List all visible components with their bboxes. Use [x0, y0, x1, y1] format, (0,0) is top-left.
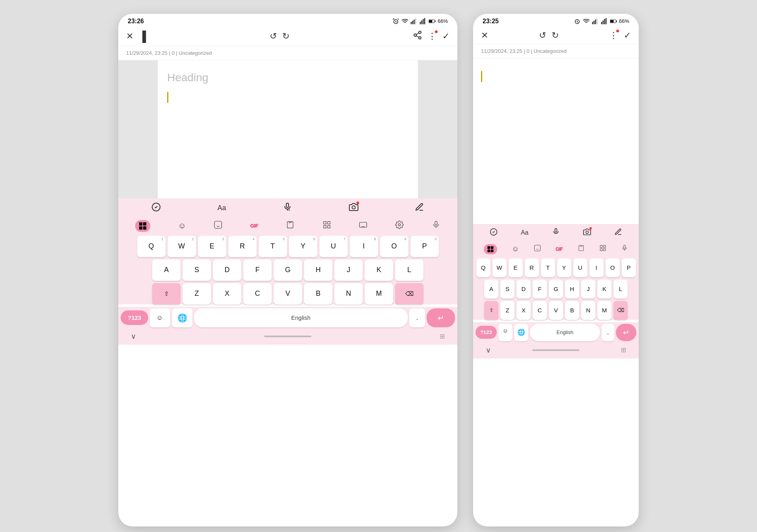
key-K-right[interactable]: K — [597, 280, 612, 299]
key-O-right[interactable]: O — [606, 258, 620, 277]
kt-checkmark-left[interactable] — [151, 202, 161, 214]
key-B-left[interactable]: B — [304, 283, 332, 304]
key-globe-left[interactable]: 🌐 — [172, 308, 192, 327]
more-button-left[interactable]: ⋮ — [428, 31, 437, 41]
kt-pencil-right[interactable] — [614, 228, 622, 238]
ks-emoji-right[interactable]: ☺ — [512, 245, 519, 253]
key-M-left[interactable]: M — [365, 283, 393, 304]
key-W-right[interactable]: W — [492, 258, 507, 277]
ks-emoji-left[interactable]: ☺ — [178, 221, 186, 230]
kt-mic-right[interactable] — [552, 228, 560, 238]
key-shift-right[interactable]: ⇧ — [484, 301, 498, 320]
key-T-right[interactable]: T — [541, 258, 555, 277]
key-Y-left[interactable]: Y6 — [289, 236, 317, 257]
kt-pencil-left[interactable] — [415, 202, 424, 214]
key-X-right[interactable]: X — [516, 301, 531, 320]
key-V-left[interactable]: V — [274, 283, 302, 304]
key-M-right[interactable]: M — [597, 301, 612, 320]
key-T-left[interactable]: T5 — [259, 236, 287, 257]
note-content-left[interactable]: Heading — [158, 60, 418, 198]
key-space-right[interactable]: English — [530, 324, 600, 341]
key-Z-left[interactable]: Z — [183, 283, 211, 304]
key-Q-right[interactable]: Q — [476, 258, 490, 277]
key-V-right[interactable]: V — [549, 301, 563, 320]
chevron-down-icon-left[interactable]: ∨ — [131, 332, 136, 341]
key-C-left[interactable]: C — [243, 283, 272, 304]
key-D-left[interactable]: D — [213, 259, 241, 281]
key-C-right[interactable]: C — [533, 301, 547, 320]
key-period-right[interactable]: . — [602, 324, 614, 341]
ks-apps-right[interactable] — [484, 244, 497, 254]
undo-button-left[interactable]: ↺ — [270, 31, 277, 41]
kt-camera-right[interactable] — [583, 228, 591, 238]
kt-font-left[interactable]: Aa — [217, 204, 226, 212]
key-enter-right[interactable]: ↵ — [616, 324, 636, 341]
close-button-right[interactable]: ✕ — [481, 30, 488, 41]
key-D-right[interactable]: D — [516, 280, 531, 299]
more-button-right[interactable]: ⋮ — [609, 30, 618, 41]
key-Y-right[interactable]: Y — [557, 258, 571, 277]
key-A-left[interactable]: A — [152, 259, 181, 281]
key-L-left[interactable]: L — [395, 259, 423, 281]
key-G-right[interactable]: G — [549, 280, 563, 299]
key-O-left[interactable]: O9 — [380, 236, 408, 257]
key-U-left[interactable]: U7 — [319, 236, 348, 257]
kt-mic-left[interactable]: A — [283, 202, 292, 214]
ks-clipboard-left[interactable] — [286, 220, 295, 231]
undo-button-right[interactable]: ↺ — [539, 30, 546, 41]
check-button-left[interactable]: ✓ — [442, 31, 449, 41]
ks-settings-left[interactable] — [395, 220, 404, 231]
panel-toggle-left[interactable]: ▐ — [139, 30, 146, 43]
ks-gif-left[interactable]: GIF — [250, 223, 258, 229]
key-W-left[interactable]: W2 — [168, 236, 196, 257]
note-area-left[interactable]: Heading — [118, 60, 457, 198]
key-N-right[interactable]: N — [581, 301, 595, 320]
share-button-left[interactable] — [413, 30, 422, 42]
check-button-right[interactable]: ✓ — [624, 30, 631, 41]
key-Z-right[interactable]: Z — [500, 301, 515, 320]
key-enter-left[interactable]: ↵ — [427, 308, 455, 327]
key-globe-right[interactable]: 🌐 — [514, 324, 528, 341]
ks-grid-right[interactable] — [599, 245, 606, 254]
kt-font-right[interactable]: Aa — [521, 229, 529, 236]
key-K-left[interactable]: K — [365, 259, 393, 281]
redo-button-right[interactable]: ↻ — [552, 30, 559, 41]
key-backspace-left[interactable]: ⌫ — [395, 283, 423, 304]
key-R-left[interactable]: R4 — [228, 236, 257, 257]
key-N-left[interactable]: N — [334, 283, 363, 304]
key-J-left[interactable]: J — [334, 259, 363, 281]
key-123-right[interactable]: ?123 — [475, 326, 497, 339]
key-J-right[interactable]: J — [581, 280, 595, 299]
ks-apps-left[interactable] — [135, 220, 150, 232]
key-S-left[interactable]: S — [183, 259, 211, 281]
key-123-left[interactable]: ?123 — [121, 310, 148, 325]
key-E-left[interactable]: E3 — [198, 236, 226, 257]
key-emoji-left[interactable]: ☺ , — [150, 308, 170, 327]
ks-mic-left[interactable] — [432, 220, 440, 231]
ks-clipboard-right[interactable] — [578, 245, 585, 254]
ks-keyboard-left[interactable] — [359, 220, 367, 231]
redo-button-left[interactable]: ↻ — [282, 31, 289, 41]
key-backspace-right[interactable]: ⌫ — [613, 301, 628, 320]
key-B-right[interactable]: B — [565, 301, 579, 320]
key-A-right[interactable]: A — [484, 280, 498, 299]
key-E-right[interactable]: E — [509, 258, 523, 277]
note-area-right[interactable] — [473, 58, 639, 224]
grid-icon-left[interactable]: ⊞ — [440, 332, 445, 340]
ks-sticker-left[interactable] — [214, 220, 222, 231]
chevron-down-icon-right[interactable]: ∨ — [486, 346, 491, 355]
key-space-left[interactable]: English — [194, 308, 408, 327]
key-P-left[interactable]: P0 — [410, 236, 439, 257]
key-L-right[interactable]: L — [613, 280, 628, 299]
note-content-right[interactable] — [473, 58, 639, 224]
key-Q-left[interactable]: Q1 — [137, 236, 166, 257]
kt-camera-left[interactable] — [349, 202, 358, 214]
close-button-left[interactable]: ✕ — [126, 31, 133, 41]
ks-grid-left[interactable] — [323, 220, 331, 231]
key-X-left[interactable]: X — [213, 283, 241, 304]
grid-icon-right[interactable]: ⊞ — [621, 346, 626, 354]
ks-gif-right[interactable]: GIF — [556, 246, 563, 252]
key-emoji-right[interactable]: ☺ , — [498, 324, 513, 341]
key-H-right[interactable]: H — [565, 280, 579, 299]
key-H-left[interactable]: H — [304, 259, 332, 281]
